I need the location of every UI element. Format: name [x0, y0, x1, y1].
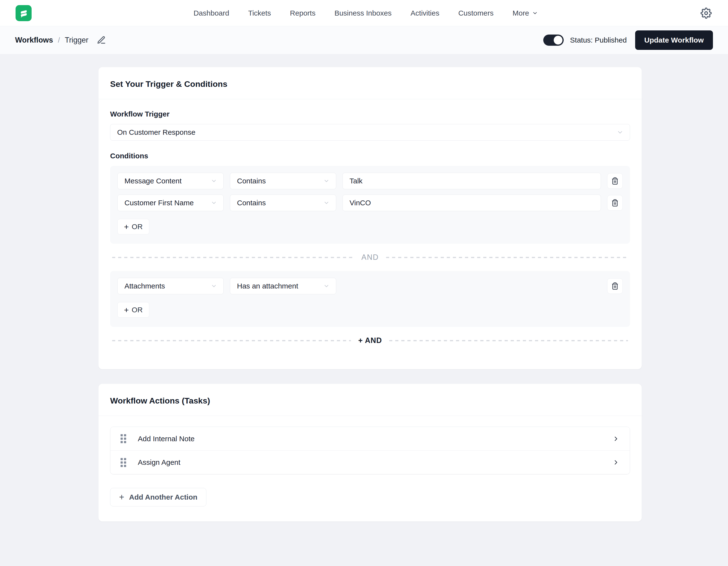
- and-divider-label: AND: [361, 253, 379, 262]
- condition-group-2: Attachments Has an attachment + OR: [110, 271, 630, 327]
- condition-operator-value: Contains: [237, 177, 266, 185]
- delete-condition-button[interactable]: [607, 195, 623, 211]
- chevron-right-icon: [612, 459, 620, 466]
- dashed-line: [389, 340, 628, 341]
- action-row-add-internal-note[interactable]: Add Internal Note: [110, 427, 630, 451]
- status-toggle[interactable]: [543, 35, 564, 46]
- nav-item-customers[interactable]: Customers: [458, 9, 493, 17]
- add-and-divider: + AND: [112, 336, 628, 345]
- dashed-line: [112, 340, 351, 341]
- and-divider: AND: [112, 253, 628, 262]
- nav-item-business-inboxes[interactable]: Business Inboxes: [334, 9, 392, 17]
- condition-group-1: Message Content Contains Customer: [110, 166, 630, 244]
- condition-field-select[interactable]: Customer First Name: [117, 194, 224, 211]
- condition-value-input[interactable]: [342, 173, 601, 189]
- add-another-action-label: Add Another Action: [129, 493, 197, 501]
- update-workflow-button[interactable]: Update Workflow: [635, 30, 713, 50]
- workflow-trigger-select[interactable]: On Customer Response: [110, 124, 630, 141]
- trigger-card-title: Set Your Trigger & Conditions: [110, 79, 630, 89]
- action-row-assign-agent[interactable]: Assign Agent: [110, 451, 630, 474]
- condition-row: Attachments Has an attachment: [117, 278, 623, 294]
- app-logo[interactable]: [16, 5, 32, 21]
- condition-field-value: Message Content: [124, 177, 182, 185]
- condition-value-input[interactable]: [342, 194, 601, 211]
- chevron-right-icon: [612, 435, 620, 443]
- trigger-card-body: Workflow Trigger On Customer Response Co…: [98, 99, 642, 369]
- add-or-button[interactable]: + OR: [117, 219, 149, 234]
- actions-card-title: Workflow Actions (Tasks): [110, 396, 630, 406]
- drag-handle-icon[interactable]: [121, 434, 126, 443]
- action-label: Add Internal Note: [138, 435, 194, 443]
- breadcrumb: Workflows / Trigger: [15, 35, 106, 45]
- chevron-down-icon: [323, 200, 330, 206]
- chevron-down-icon: [211, 178, 217, 184]
- dashed-line: [112, 257, 354, 258]
- or-button-label: OR: [132, 306, 143, 314]
- chevron-down-icon: [323, 283, 330, 289]
- condition-field-select[interactable]: Message Content: [117, 173, 224, 189]
- condition-operator-select[interactable]: Contains: [230, 194, 336, 211]
- condition-operator-value: Has an attachment: [237, 282, 298, 290]
- or-button-label: OR: [132, 222, 143, 231]
- add-or-button[interactable]: + OR: [117, 302, 149, 318]
- nav-item-tickets[interactable]: Tickets: [248, 9, 271, 17]
- nav-item-dashboard[interactable]: Dashboard: [193, 9, 229, 17]
- header-actions: Status: Published Update Workflow: [543, 30, 713, 50]
- plus-icon: +: [124, 222, 129, 231]
- trigger-card-header: Set Your Trigger & Conditions: [98, 67, 642, 99]
- main-nav: Dashboard Tickets Reports Business Inbox…: [32, 9, 700, 17]
- trash-icon: [611, 177, 619, 185]
- workflow-trigger-label: Workflow Trigger: [110, 110, 630, 118]
- action-label: Assign Agent: [138, 458, 180, 467]
- actions-card-body: Add Internal Note Assign Agent + Add Ano…: [98, 416, 642, 522]
- breadcrumb-trigger: Trigger: [65, 36, 88, 44]
- breadcrumb-separator: /: [58, 36, 60, 44]
- delete-condition-button[interactable]: [607, 278, 623, 294]
- page-header: Workflows / Trigger Status: Published Up…: [0, 26, 728, 54]
- trash-icon: [611, 199, 619, 207]
- app-logo-icon: [18, 8, 29, 19]
- condition-field-value: Customer First Name: [124, 199, 194, 207]
- nav-item-activities[interactable]: Activities: [411, 9, 439, 17]
- chevron-down-icon: [532, 10, 538, 16]
- add-another-action-button[interactable]: + Add Another Action: [110, 488, 206, 506]
- gear-icon: [701, 8, 712, 19]
- trash-icon: [611, 282, 619, 290]
- top-nav: Dashboard Tickets Reports Business Inbox…: [0, 0, 728, 26]
- condition-row: Customer First Name Contains: [117, 194, 623, 211]
- nav-more-label: More: [512, 9, 529, 17]
- workflow-trigger-value: On Customer Response: [117, 128, 195, 136]
- condition-field-value: Attachments: [124, 282, 165, 290]
- condition-operator-select[interactable]: Contains: [230, 173, 336, 189]
- conditions-label: Conditions: [110, 152, 630, 160]
- condition-field-select[interactable]: Attachments: [117, 278, 224, 294]
- plus-icon: +: [119, 493, 124, 502]
- condition-operator-select[interactable]: Has an attachment: [230, 278, 336, 294]
- edit-title-button[interactable]: [97, 35, 106, 45]
- chevron-down-icon: [323, 178, 330, 184]
- settings-button[interactable]: [700, 7, 712, 19]
- breadcrumb-workflows[interactable]: Workflows: [15, 36, 53, 44]
- pencil-icon: [97, 35, 106, 45]
- actions-card-header: Workflow Actions (Tasks): [98, 384, 642, 416]
- add-and-button[interactable]: + AND: [358, 336, 382, 345]
- status-label: Status: Published: [570, 36, 627, 44]
- plus-icon: +: [124, 306, 129, 314]
- condition-operator-value: Contains: [237, 199, 266, 207]
- delete-condition-button[interactable]: [607, 173, 623, 189]
- workflow-actions-card: Workflow Actions (Tasks) Add Internal No…: [98, 384, 642, 522]
- chevron-down-icon: [211, 200, 217, 206]
- nav-item-more[interactable]: More: [512, 9, 538, 17]
- action-list: Add Internal Note Assign Agent: [110, 427, 630, 474]
- chevron-down-icon: [617, 129, 623, 136]
- chevron-down-icon: [211, 283, 217, 289]
- dashed-line: [386, 257, 628, 258]
- condition-row: Message Content Contains: [117, 173, 623, 189]
- trigger-conditions-card: Set Your Trigger & Conditions Workflow T…: [98, 67, 642, 369]
- toggle-knob: [554, 36, 562, 44]
- nav-item-reports[interactable]: Reports: [290, 9, 316, 17]
- drag-handle-icon[interactable]: [121, 458, 126, 467]
